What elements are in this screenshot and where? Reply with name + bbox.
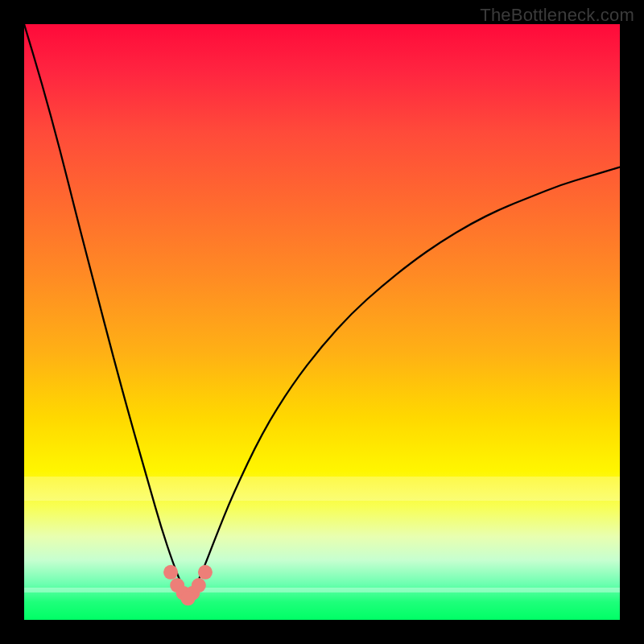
trough-markers (163, 565, 213, 606)
trough-marker (198, 565, 213, 580)
trough-marker (163, 565, 178, 580)
trough-marker (192, 578, 206, 592)
chart-svg (24, 24, 620, 620)
bottleneck-curve (24, 24, 620, 593)
trough-marker (181, 591, 196, 605)
watermark-text: TheBottleneck.com (480, 5, 634, 26)
plot-frame (24, 24, 620, 620)
